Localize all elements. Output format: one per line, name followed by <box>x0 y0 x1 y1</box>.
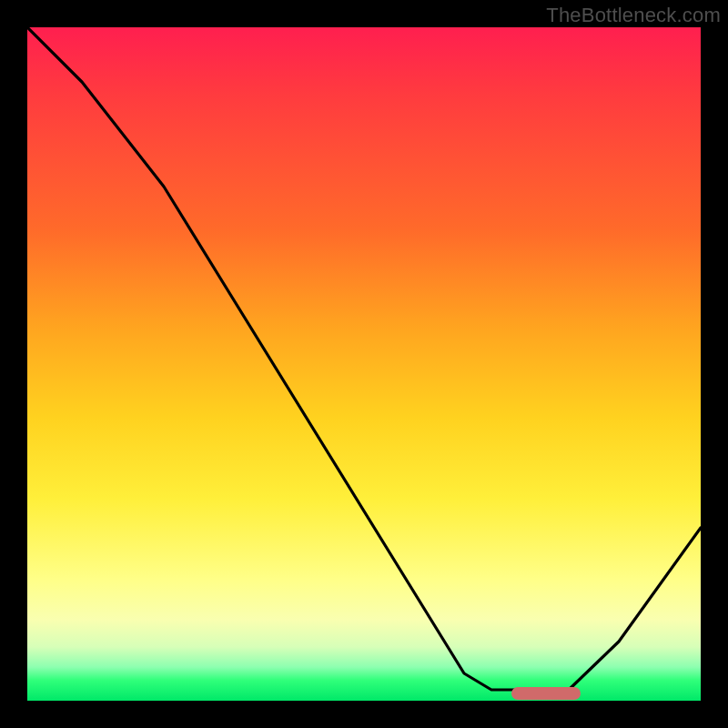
chart-frame: TheBottleneck.com <box>0 0 728 728</box>
watermark-text: TheBottleneck.com <box>546 4 721 27</box>
bottleneck-curve <box>27 27 701 701</box>
plot-area <box>27 27 701 701</box>
optimal-range-marker <box>511 687 581 700</box>
